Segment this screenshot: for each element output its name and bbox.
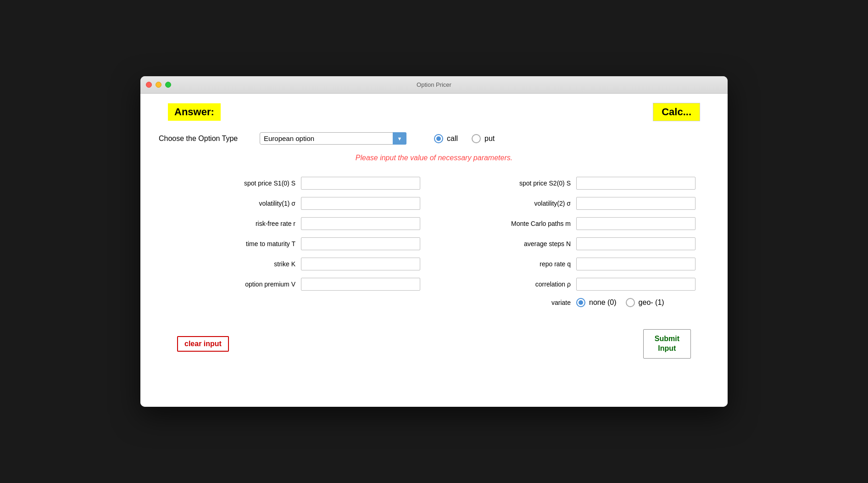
variate-radio-group: none (0) geo- (1) bbox=[576, 298, 696, 307]
variate-label: variate bbox=[551, 299, 571, 306]
param-row: Monte Carlo paths m bbox=[434, 213, 709, 234]
param-row: strike K bbox=[159, 254, 434, 274]
app-window: Option Pricer Answer: Calc... Choose the… bbox=[140, 76, 728, 407]
titlebar: Option Pricer bbox=[140, 76, 728, 94]
variate-none-item[interactable]: none (0) bbox=[576, 298, 617, 307]
spot1-input[interactable] bbox=[301, 177, 420, 190]
variate-geo-item[interactable]: geo- (1) bbox=[626, 298, 664, 307]
right-params-col: spot price S2(0) S volatility(2) σ Monte… bbox=[434, 173, 709, 311]
info-message: Please input the value of necessary para… bbox=[159, 154, 709, 162]
steps-label: average steps N bbox=[502, 240, 571, 247]
select-wrapper: European option Asian option American op… bbox=[260, 132, 406, 145]
param-row: repo rate q bbox=[434, 254, 709, 274]
call-put-group: call put bbox=[434, 134, 495, 143]
maturity-input[interactable] bbox=[301, 237, 420, 250]
bottom-bar: clear input Submit Input bbox=[159, 325, 709, 363]
variate-none-radio bbox=[576, 298, 585, 307]
paths-input[interactable] bbox=[576, 217, 696, 230]
variate-none-label: none (0) bbox=[589, 298, 617, 307]
put-label: put bbox=[484, 135, 495, 143]
submit-line2: Input bbox=[658, 344, 676, 352]
minimize-button[interactable] bbox=[156, 82, 161, 88]
param-row: volatility(2) σ bbox=[434, 193, 709, 213]
rate-input[interactable] bbox=[301, 217, 420, 230]
param-row: risk-free rate r bbox=[159, 213, 434, 234]
left-params-col: spot price S1(0) S volatility(1) σ risk-… bbox=[159, 173, 434, 311]
params-grid: spot price S1(0) S volatility(1) σ risk-… bbox=[159, 173, 709, 311]
steps-input[interactable] bbox=[576, 237, 696, 250]
strike-label: strike K bbox=[227, 260, 295, 268]
corr-label: correlation ρ bbox=[502, 281, 571, 288]
param-row: volatility(1) σ bbox=[159, 193, 434, 213]
param-row: correlation ρ bbox=[434, 274, 709, 294]
clear-button[interactable]: clear input bbox=[177, 336, 229, 352]
option-type-row: Choose the Option Type European option A… bbox=[159, 132, 709, 145]
maximize-button[interactable] bbox=[165, 82, 171, 88]
submit-line1: Submit bbox=[655, 335, 679, 343]
variate-row: variate none (0) geo- (1) bbox=[434, 294, 709, 311]
option-type-select[interactable]: European option Asian option American op… bbox=[260, 132, 406, 145]
variate-geo-radio bbox=[626, 298, 635, 307]
maturity-label: time to maturity T bbox=[227, 240, 295, 247]
window-title: Option Pricer bbox=[417, 81, 451, 88]
param-row: time to maturity T bbox=[159, 234, 434, 254]
top-bar: Answer: Calc... bbox=[159, 103, 709, 121]
submit-button[interactable]: Submit Input bbox=[643, 329, 691, 359]
strike-input[interactable] bbox=[301, 258, 420, 270]
put-radio-circle bbox=[472, 134, 481, 143]
param-row: average steps N bbox=[434, 234, 709, 254]
param-row: spot price S1(0) S bbox=[159, 173, 434, 193]
traffic-lights bbox=[146, 82, 171, 88]
close-button[interactable] bbox=[146, 82, 152, 88]
repo-label: repo rate q bbox=[502, 260, 571, 268]
call-label: call bbox=[447, 135, 458, 143]
put-radio-item[interactable]: put bbox=[472, 134, 495, 143]
paths-label: Monte Carlo paths m bbox=[502, 220, 571, 227]
option-type-label: Choose the Option Type bbox=[159, 135, 250, 143]
answer-label: Answer: bbox=[168, 103, 221, 121]
param-row: spot price S2(0) S bbox=[434, 173, 709, 193]
vol2-input[interactable] bbox=[576, 197, 696, 210]
variate-geo-label: geo- (1) bbox=[639, 298, 664, 307]
calc-button[interactable]: Calc... bbox=[653, 103, 700, 121]
rate-label: risk-free rate r bbox=[227, 220, 295, 227]
spot2-input[interactable] bbox=[576, 177, 696, 190]
vol1-input[interactable] bbox=[301, 197, 420, 210]
spot1-label: spot price S1(0) S bbox=[227, 180, 295, 187]
corr-input[interactable] bbox=[576, 278, 696, 291]
vol2-label: volatility(2) σ bbox=[502, 200, 571, 207]
repo-input[interactable] bbox=[576, 258, 696, 270]
param-row: option premium V bbox=[159, 274, 434, 294]
premium-input[interactable] bbox=[301, 278, 420, 291]
vol1-label: volatility(1) σ bbox=[227, 200, 295, 207]
spot2-label: spot price S2(0) S bbox=[502, 180, 571, 187]
call-radio-circle bbox=[434, 134, 443, 143]
content-area: Answer: Calc... Choose the Option Type E… bbox=[140, 94, 728, 407]
call-radio-item[interactable]: call bbox=[434, 134, 458, 143]
premium-label: option premium V bbox=[227, 281, 295, 288]
